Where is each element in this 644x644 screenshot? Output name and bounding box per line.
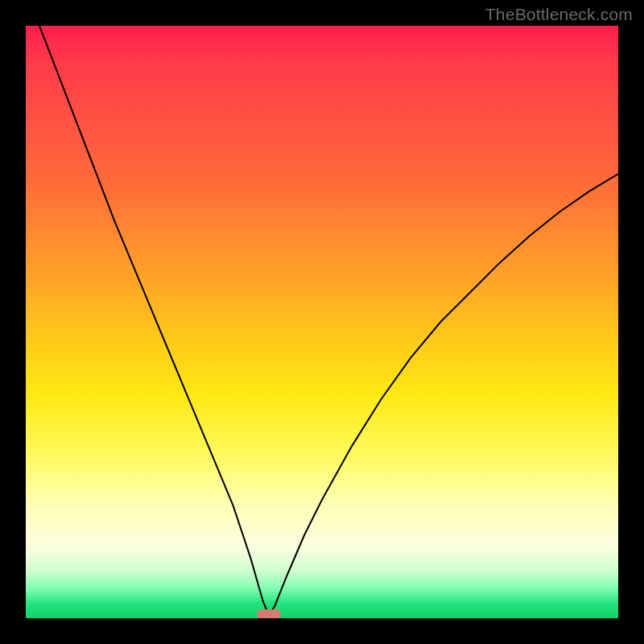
plot-area xyxy=(26,26,618,618)
bottleneck-curve xyxy=(26,26,618,618)
chart-frame: TheBottleneck.com xyxy=(0,0,644,644)
watermark-text: TheBottleneck.com xyxy=(485,5,633,24)
minimum-marker xyxy=(257,609,281,618)
